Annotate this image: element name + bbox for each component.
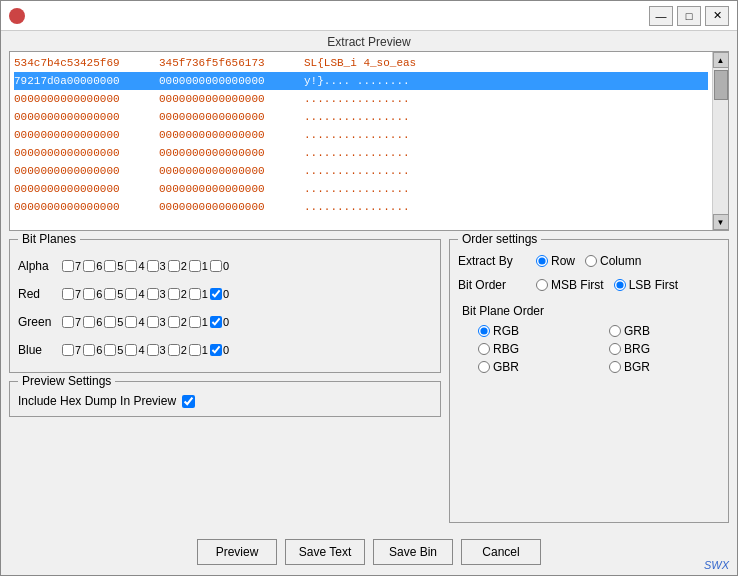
bit-number-label: 0 (223, 316, 229, 328)
plane-gbr-radio[interactable] (478, 361, 490, 373)
bit-check-item: 2 (168, 288, 187, 300)
bit-6-checkbox[interactable] (83, 316, 95, 328)
bit-5-checkbox[interactable] (104, 316, 116, 328)
bit-5-checkbox[interactable] (104, 344, 116, 356)
bit-0-checkbox[interactable] (210, 344, 222, 356)
bit-plane-order-section: Bit Plane Order RGBGRBRBGBRGGBRBGR (458, 304, 720, 374)
save-bin-button[interactable]: Save Bin (373, 539, 453, 565)
bit-channel-label: Red (18, 287, 60, 301)
column-radio[interactable] (585, 255, 597, 267)
bit-4-checkbox[interactable] (125, 260, 137, 272)
bit-1-checkbox[interactable] (189, 288, 201, 300)
bit-3-checkbox[interactable] (147, 316, 159, 328)
hex-col2: 0000000000000000 (159, 183, 304, 195)
bit-7-checkbox[interactable] (62, 344, 74, 356)
msb-first-radio-item: MSB First (536, 278, 604, 292)
left-panel: Bit Planes Alpha76543210Red76543210Green… (9, 239, 441, 523)
bit-7-checkbox[interactable] (62, 260, 74, 272)
lsb-first-label: LSB First (629, 278, 678, 292)
bit-1-checkbox[interactable] (189, 260, 201, 272)
hex-col2: 0000000000000000 (159, 165, 304, 177)
bit-6-checkbox[interactable] (83, 260, 95, 272)
bit-check-item: 1 (189, 316, 208, 328)
bit-4-checkbox[interactable] (125, 316, 137, 328)
msb-first-radio[interactable] (536, 279, 548, 291)
bit-check-item: 3 (147, 260, 166, 272)
preview-settings-content: Include Hex Dump In Preview (18, 394, 432, 408)
scroll-down-arrow[interactable]: ▼ (713, 214, 729, 230)
bit-check-item: 6 (83, 316, 102, 328)
row-radio[interactable] (536, 255, 548, 267)
bit-2-checkbox[interactable] (168, 344, 180, 356)
plane-brg-radio[interactable] (609, 343, 621, 355)
bit-number-label: 1 (202, 260, 208, 272)
bit-number-label: 3 (160, 260, 166, 272)
bit-check-item: 3 (147, 316, 166, 328)
plane-bgr-radio[interactable] (609, 361, 621, 373)
lsb-first-radio[interactable] (614, 279, 626, 291)
bit-check-item: 7 (62, 260, 81, 272)
hex-col3: ................ (304, 111, 708, 123)
bit-number-label: 4 (138, 260, 144, 272)
hex-col3: ................ (304, 165, 708, 177)
hex-col2: 0000000000000000 (159, 147, 304, 159)
bit-number-label: 5 (117, 288, 123, 300)
bit-6-checkbox[interactable] (83, 288, 95, 300)
bit-7-checkbox[interactable] (62, 316, 74, 328)
hex-col1: 0000000000000000 (14, 201, 159, 213)
hex-content: 534c7b4c53425f69 345f736f5f656173 SL{LSB… (10, 52, 712, 230)
bit-3-checkbox[interactable] (147, 260, 159, 272)
bit-0-checkbox[interactable] (210, 316, 222, 328)
bit-3-checkbox[interactable] (147, 288, 159, 300)
plane-order-radio-item: BRG (609, 342, 720, 356)
bit-2-checkbox[interactable] (168, 316, 180, 328)
bit-4-checkbox[interactable] (125, 344, 137, 356)
bit-order-label: Bit Order (458, 278, 528, 292)
minimize-button[interactable]: — (649, 6, 673, 26)
bit-number-label: 5 (117, 344, 123, 356)
bit-number-label: 5 (117, 260, 123, 272)
bit-check-item: 5 (104, 344, 123, 356)
save-text-button[interactable]: Save Text (285, 539, 365, 565)
bit-7-checkbox[interactable] (62, 288, 74, 300)
cancel-button[interactable]: Cancel (461, 539, 541, 565)
scroll-up-arrow[interactable]: ▲ (713, 52, 729, 68)
bit-check-item: 5 (104, 316, 123, 328)
plane-grb-radio[interactable] (609, 325, 621, 337)
bit-number-label: 2 (181, 344, 187, 356)
plane-rbg-radio[interactable] (478, 343, 490, 355)
bit-5-checkbox[interactable] (104, 288, 116, 300)
hex-row: 79217d0a00000000 0000000000000000 y!}...… (14, 72, 708, 90)
bit-check-item: 5 (104, 288, 123, 300)
bit-check-item: 1 (189, 344, 208, 356)
bit-1-checkbox[interactable] (189, 344, 201, 356)
bit-0-checkbox[interactable] (210, 288, 222, 300)
bit-number-label: 2 (181, 260, 187, 272)
bit-check-item: 1 (189, 260, 208, 272)
bit-check-item: 6 (83, 344, 102, 356)
maximize-button[interactable]: □ (677, 6, 701, 26)
plane-order-radio-item: GBR (478, 360, 589, 374)
hex-col3: ................ (304, 201, 708, 213)
bit-6-checkbox[interactable] (83, 344, 95, 356)
bit-check-item: 4 (125, 344, 144, 356)
hex-col1: 0000000000000000 (14, 111, 159, 123)
scroll-thumb[interactable] (714, 70, 728, 100)
bit-number-label: 0 (223, 260, 229, 272)
vertical-scrollbar[interactable]: ▲ ▼ (712, 52, 728, 230)
plane-rgb-radio[interactable] (478, 325, 490, 337)
hex-row: 0000000000000000 0000000000000000 ......… (14, 180, 708, 198)
preview-button[interactable]: Preview (197, 539, 277, 565)
close-button[interactable]: ✕ (705, 6, 729, 26)
plane-order-label: RGB (493, 324, 519, 338)
bit-0-checkbox[interactable] (210, 260, 222, 272)
title-bar-controls: — □ ✕ (649, 6, 729, 26)
bit-2-checkbox[interactable] (168, 260, 180, 272)
bit-4-checkbox[interactable] (125, 288, 137, 300)
bit-channel-row: Green76543210 (18, 308, 432, 336)
bit-1-checkbox[interactable] (189, 316, 201, 328)
include-hex-checkbox[interactable] (182, 395, 195, 408)
bit-5-checkbox[interactable] (104, 260, 116, 272)
bit-3-checkbox[interactable] (147, 344, 159, 356)
bit-2-checkbox[interactable] (168, 288, 180, 300)
